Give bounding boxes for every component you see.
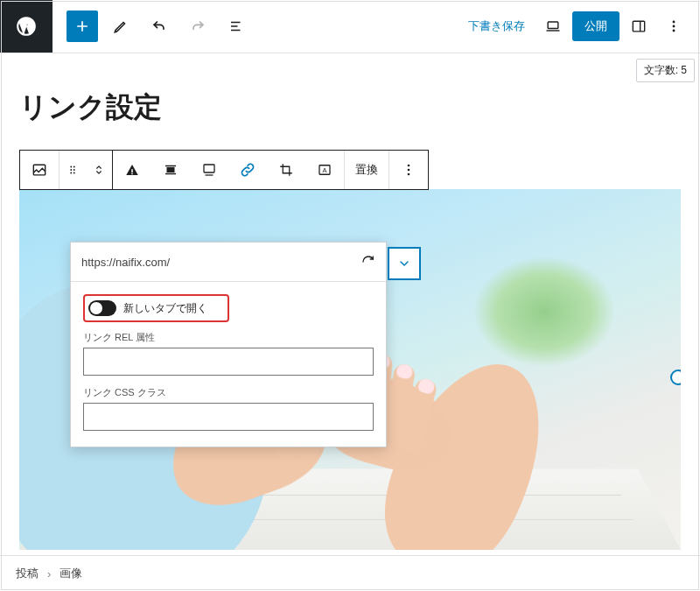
chevrons-vertical-icon xyxy=(93,161,105,179)
plus-icon xyxy=(74,18,91,35)
svg-point-9 xyxy=(74,169,75,171)
open-new-tab-toggle[interactable] xyxy=(88,300,116,316)
undo-icon xyxy=(150,18,168,35)
link-css-input[interactable] xyxy=(83,403,374,431)
drag-handle[interactable] xyxy=(60,151,86,189)
document-outline-button[interactable] xyxy=(220,11,252,42)
tools-button[interactable] xyxy=(105,11,136,42)
svg-point-4 xyxy=(673,30,676,32)
caption-button[interactable] xyxy=(190,151,228,189)
block-more-button[interactable] xyxy=(389,151,428,189)
crop-icon xyxy=(278,162,294,178)
breadcrumb-root[interactable]: 投稿 xyxy=(16,566,38,581)
wordpress-icon xyxy=(15,15,38,38)
sidebar-panel-icon xyxy=(630,18,648,35)
chevron-down-icon xyxy=(397,257,411,271)
editor-canvas: 文字数: 5 リンク設定 xyxy=(0,53,700,557)
drag-handle-icon xyxy=(66,164,79,176)
resize-handle-right[interactable] xyxy=(670,369,681,385)
word-count-badge: 文字数: 5 xyxy=(636,59,695,82)
svg-rect-12 xyxy=(131,169,133,172)
svg-point-20 xyxy=(408,173,410,176)
top-bar-left xyxy=(52,11,252,42)
change-alignment-button[interactable] xyxy=(113,151,151,189)
more-menu-button[interactable] xyxy=(658,11,690,42)
link-advanced-toggle[interactable] xyxy=(388,247,421,280)
top-bar-right: 下書き保存 公開 xyxy=(459,11,700,42)
link-rel-input[interactable] xyxy=(83,348,374,376)
svg-point-10 xyxy=(70,172,72,174)
save-draft-button[interactable]: 下書き保存 xyxy=(459,11,534,41)
block-type-button[interactable] xyxy=(20,151,60,189)
wordpress-logo[interactable] xyxy=(0,0,52,53)
undo-button[interactable] xyxy=(144,11,175,42)
editor-top-bar: 下書き保存 公開 xyxy=(0,0,700,53)
publish-button[interactable]: 公開 xyxy=(572,11,620,41)
svg-point-2 xyxy=(673,21,676,24)
text-overlay-button[interactable]: A xyxy=(305,151,345,189)
image-icon xyxy=(31,161,48,179)
svg-point-7 xyxy=(74,166,75,168)
svg-point-18 xyxy=(408,165,410,167)
block-toolbar: A 置換 xyxy=(19,150,681,190)
svg-point-8 xyxy=(70,169,72,171)
open-new-tab-row: 新しいタブで開く xyxy=(83,294,229,322)
replace-button[interactable]: 置換 xyxy=(345,151,389,189)
image-caption-icon xyxy=(201,162,217,178)
svg-text:A: A xyxy=(322,166,326,174)
post-title[interactable]: リンク設定 xyxy=(19,88,681,127)
add-block-button[interactable] xyxy=(66,11,98,42)
link-settings-popover: https://naifix.com/ 新しいタブで開く リンク REL 属性 … xyxy=(70,242,387,447)
kebab-icon xyxy=(665,18,682,35)
pencil-icon xyxy=(113,18,129,34)
link-button[interactable] xyxy=(228,151,267,189)
link-rel-label: リンク REL 属性 xyxy=(83,331,374,344)
link-edit-button[interactable] xyxy=(351,243,386,281)
svg-point-11 xyxy=(74,172,75,174)
open-new-tab-label: 新しいタブで開く xyxy=(123,301,207,316)
link-advanced-panel: 新しいタブで開く リンク REL 属性 リンク CSS クラス xyxy=(71,282,386,447)
svg-rect-0 xyxy=(548,22,558,29)
svg-rect-13 xyxy=(131,173,133,175)
svg-point-3 xyxy=(673,25,676,28)
text-overlay-icon: A xyxy=(317,162,332,178)
preview-button[interactable] xyxy=(537,11,569,42)
kebab-icon xyxy=(400,161,417,179)
align-icon xyxy=(163,162,178,178)
link-url-row: https://naifix.com/ xyxy=(71,243,386,282)
align-button[interactable] xyxy=(151,151,190,189)
laptop-icon xyxy=(544,18,562,35)
link-icon xyxy=(239,161,256,179)
link-css-label: リンク CSS クラス xyxy=(83,386,374,399)
breadcrumb-child[interactable]: 画像 xyxy=(60,566,82,581)
svg-rect-15 xyxy=(204,165,214,172)
block-breadcrumb: 投稿 › 画像 xyxy=(0,555,700,591)
crop-button[interactable] xyxy=(267,151,305,189)
move-up-down[interactable] xyxy=(86,151,112,189)
chevron-right-icon: › xyxy=(47,567,51,580)
outline-icon xyxy=(228,18,244,34)
settings-sidebar-button[interactable] xyxy=(623,11,654,42)
svg-point-19 xyxy=(408,169,410,172)
redo-icon xyxy=(189,18,206,35)
svg-rect-1 xyxy=(633,21,644,32)
svg-rect-14 xyxy=(167,168,174,172)
svg-point-6 xyxy=(70,166,72,168)
redo-button xyxy=(182,11,214,42)
link-url-display[interactable]: https://naifix.com/ xyxy=(71,256,351,269)
edit-loop-icon xyxy=(360,254,376,270)
triangle-warning-icon xyxy=(124,162,140,178)
